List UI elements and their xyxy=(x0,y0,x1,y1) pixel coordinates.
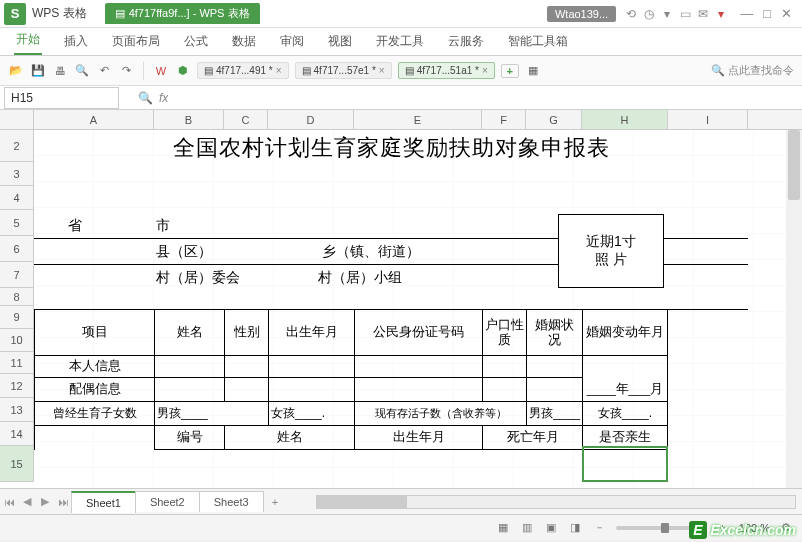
doc-tab-3[interactable]: ▤4f717...51a1 *× xyxy=(398,62,495,79)
undo-icon[interactable]: ↶ xyxy=(96,63,112,79)
tab-view[interactable]: 视图 xyxy=(326,28,354,55)
col-I[interactable]: I xyxy=(668,110,748,129)
sheet-tab-1[interactable]: Sheet1 xyxy=(71,491,136,513)
tab-dev[interactable]: 开发工具 xyxy=(374,28,426,55)
vscroll-thumb[interactable] xyxy=(788,130,800,200)
cell-empty xyxy=(34,426,154,450)
row-14[interactable]: 14 xyxy=(0,422,34,446)
tab-start[interactable]: 开始 xyxy=(14,26,42,55)
sheet-next-icon[interactable]: ▶ xyxy=(36,495,54,508)
doc-tab-2[interactable]: ▤4f717...57e1 *× xyxy=(295,62,392,79)
settings-icon[interactable]: ⚙ xyxy=(778,521,794,534)
zoom-level[interactable]: 100 % xyxy=(739,522,770,534)
row-5[interactable]: 5 xyxy=(0,210,34,236)
redo-icon[interactable]: ↷ xyxy=(118,63,134,79)
hdr-id: 公民身份证号码 xyxy=(354,310,482,356)
sheet-tab-3[interactable]: Sheet3 xyxy=(199,491,264,512)
zoom-in-icon[interactable]: ＋ xyxy=(714,520,731,535)
vip-icon[interactable]: ▾ xyxy=(712,7,730,21)
row-13[interactable]: 13 xyxy=(0,398,34,422)
select-all-corner[interactable] xyxy=(0,110,34,129)
sheet-prev-icon[interactable]: ◀ xyxy=(18,495,36,508)
close-icon[interactable]: × xyxy=(379,65,385,76)
doc-tab-1-label: 4f717...491 * xyxy=(216,65,273,76)
tab-cloud[interactable]: 云服务 xyxy=(446,28,486,55)
cube-icon[interactable]: ⬢ xyxy=(175,63,191,79)
fx-search-icon[interactable]: 🔍 xyxy=(133,91,157,105)
row-15[interactable]: 15 xyxy=(0,446,34,482)
form-table-header: 项目 姓名 性别 出生年月 公民身份证号码 户口性质 婚姻状况 婚姻变动年月 xyxy=(34,309,748,356)
save-icon[interactable]: 💾 xyxy=(30,63,46,79)
row-6[interactable]: 6 xyxy=(0,236,34,262)
open-icon[interactable]: 📂 xyxy=(8,63,24,79)
row-10[interactable]: 10 xyxy=(0,329,34,352)
col-B[interactable]: B xyxy=(154,110,224,129)
new-tab-button[interactable]: + xyxy=(501,64,519,78)
spreadsheet-grid[interactable]: A B C D E F G H I 2 3 4 5 6 7 8 9 10 11 … xyxy=(0,110,802,488)
skin-icon[interactable]: ▭ xyxy=(676,7,694,21)
doc-tab-1[interactable]: ▤4f717...491 *× xyxy=(197,62,289,79)
doc-tab-2-label: 4f717...57e1 * xyxy=(314,65,376,76)
row-2[interactable]: 2 xyxy=(0,130,34,162)
minimize-button[interactable]: — xyxy=(740,6,753,21)
col-C[interactable]: C xyxy=(224,110,268,129)
doc-tab-3-label: 4f717...51a1 * xyxy=(417,65,479,76)
label-town: 乡（镇、街道） xyxy=(238,243,438,261)
row-8[interactable]: 8 xyxy=(0,288,34,306)
col-H[interactable]: H xyxy=(582,110,668,129)
close-button[interactable]: ✕ xyxy=(781,6,792,21)
search-commands[interactable]: 🔍点此查找命令 xyxy=(711,63,794,78)
gift-icon[interactable]: ✉ xyxy=(694,7,712,21)
cell-boy1: 男孩____ xyxy=(157,407,208,421)
zoom-out-icon[interactable]: － xyxy=(591,520,608,535)
sheet-last-icon[interactable]: ⏭ xyxy=(54,496,72,508)
view-break-icon[interactable]: ▣ xyxy=(543,521,559,534)
app-logo: S xyxy=(4,3,26,25)
sheet-first-icon[interactable]: ⏮ xyxy=(0,496,18,508)
cell-birth2: 出生年月 xyxy=(354,426,482,450)
tab-layout[interactable]: 页面布局 xyxy=(110,28,162,55)
vertical-scrollbar[interactable] xyxy=(786,130,802,488)
print-icon[interactable]: 🖶 xyxy=(52,63,68,79)
row-4[interactable]: 4 xyxy=(0,186,34,210)
col-D[interactable]: D xyxy=(268,110,354,129)
maximize-button[interactable]: □ xyxy=(763,6,771,21)
zoom-slider[interactable] xyxy=(616,526,706,530)
preview-icon[interactable]: 🔍 xyxy=(74,63,90,79)
close-icon[interactable]: × xyxy=(482,65,488,76)
view-page-icon[interactable]: ▥ xyxy=(519,521,535,534)
view-normal-icon[interactable]: ▦ xyxy=(495,521,511,534)
tab-list-icon[interactable]: ▦ xyxy=(525,63,541,79)
tab-review[interactable]: 审阅 xyxy=(278,28,306,55)
col-E[interactable]: E xyxy=(354,110,482,129)
row-7[interactable]: 7 xyxy=(0,262,34,288)
row-9[interactable]: 9 xyxy=(0,306,34,329)
row-12[interactable]: 12 xyxy=(0,374,34,398)
tab-formula[interactable]: 公式 xyxy=(182,28,210,55)
tab-insert[interactable]: 插入 xyxy=(62,28,90,55)
app-name: WPS 表格 xyxy=(32,5,87,22)
col-A[interactable]: A xyxy=(34,110,154,129)
sync-icon[interactable]: ◷ xyxy=(640,7,658,21)
user-tab[interactable]: Wtao139... xyxy=(547,6,616,22)
name-box[interactable]: H15 xyxy=(4,87,119,109)
row-11[interactable]: 11 xyxy=(0,352,34,374)
hscroll-thumb[interactable] xyxy=(317,496,407,508)
formula-input[interactable] xyxy=(168,87,802,109)
horizontal-scrollbar[interactable] xyxy=(316,495,796,509)
tab-smart[interactable]: 智能工具箱 xyxy=(506,28,570,55)
reading-mode-icon[interactable]: ◨ xyxy=(567,521,583,534)
close-icon[interactable]: × xyxy=(276,65,282,76)
col-F[interactable]: F xyxy=(482,110,526,129)
sheet-tab-2[interactable]: Sheet2 xyxy=(135,491,200,512)
dropdown-icon[interactable]: ▾ xyxy=(658,7,676,21)
wps-logo-icon[interactable]: W xyxy=(153,63,169,79)
refresh-icon[interactable]: ⟲ xyxy=(622,7,640,21)
form-content: 全国农村计划生育家庭奖励扶助对象申报表 省 市 县（区） 乡（镇、街道） 村（居… xyxy=(34,130,748,450)
add-sheet-button[interactable]: + xyxy=(264,496,286,508)
col-G[interactable]: G xyxy=(526,110,582,129)
tab-data[interactable]: 数据 xyxy=(230,28,258,55)
fx-label[interactable]: fx xyxy=(159,91,168,105)
row-3[interactable]: 3 xyxy=(0,162,34,186)
document-tab[interactable]: ▤ 4f717ffa9f...] - WPS 表格 xyxy=(105,3,260,24)
